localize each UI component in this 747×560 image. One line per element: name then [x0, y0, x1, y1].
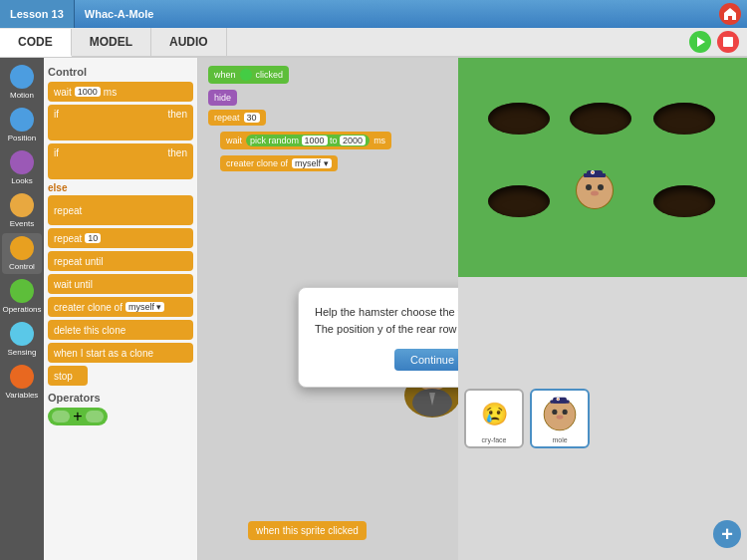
script-block-flag[interactable]: when clicked: [208, 66, 289, 84]
svg-point-14: [591, 191, 599, 196]
green-flag-button[interactable]: [689, 31, 711, 53]
svg-point-18: [592, 171, 594, 173]
svg-point-22: [563, 409, 568, 414]
script-block-clone[interactable]: creater clone of myself ▾: [220, 155, 338, 171]
svg-point-12: [586, 184, 592, 190]
home-button[interactable]: [719, 3, 741, 25]
sidebar-item-position[interactable]: Position: [2, 105, 42, 145]
script-block-sprite-clicked[interactable]: when this sprite clicked: [248, 521, 367, 540]
sprite-mole[interactable]: mole: [530, 389, 590, 448]
script-block-hide[interactable]: hide: [208, 90, 237, 106]
script-block-repeat[interactable]: repeat 30: [208, 110, 266, 126]
main-layout: Motion Position Looks Events Control Ope…: [0, 58, 747, 560]
sidebar-item-looks[interactable]: Looks: [2, 147, 42, 188]
svg-rect-16: [587, 170, 603, 177]
hole-3: [653, 103, 715, 135]
sprite-cry-face[interactable]: 😢 cry-face: [464, 389, 524, 448]
dialog-text: Help the hamster choose the front or rea…: [315, 304, 458, 337]
block-repeat[interactable]: repeat: [48, 195, 193, 225]
block-delete-clone[interactable]: delete this clone: [48, 320, 193, 340]
hole-4: [488, 185, 550, 217]
sidebar: Motion Position Looks Events Control Ope…: [0, 58, 44, 560]
continue-button[interactable]: Continue: [394, 349, 458, 371]
block-wait-until[interactable]: wait until: [48, 274, 193, 294]
tab-code[interactable]: CODE: [0, 29, 72, 57]
op-plus[interactable]: +: [48, 408, 108, 425]
sidebar-item-motion[interactable]: Motion: [2, 62, 42, 103]
script-area[interactable]: when clicked hide repeat 30 wait pick ra…: [198, 58, 458, 560]
blocks-panel: Control wait 1000 ms ifthen ifthen else …: [44, 58, 198, 560]
svg-marker-0: [697, 37, 705, 47]
svg-rect-25: [553, 397, 567, 403]
lesson-tab[interactable]: Lesson 13: [0, 0, 75, 28]
category-title: Control: [48, 66, 193, 78]
svg-point-27: [557, 398, 559, 400]
sidebar-item-control[interactable]: Control: [2, 233, 42, 274]
block-when-clone[interactable]: when I start as a clone: [48, 343, 193, 363]
svg-point-13: [598, 184, 604, 190]
stop-button[interactable]: [717, 31, 739, 53]
add-sprite-button[interactable]: +: [713, 520, 741, 548]
svg-point-11: [577, 172, 613, 208]
top-bar: Lesson 13 Whac-A-Mole: [0, 0, 747, 28]
dialog-popup: Help the hamster choose the front or rea…: [298, 287, 458, 388]
block-if-then-1[interactable]: ifthen: [48, 105, 193, 140]
block-else: else: [48, 182, 193, 193]
svg-point-23: [557, 415, 564, 419]
sidebar-item-events[interactable]: Events: [2, 190, 42, 231]
sidebar-item-operations[interactable]: Operations: [2, 276, 42, 317]
sidebar-item-sensing[interactable]: Sensing: [2, 319, 42, 360]
hole-2: [570, 103, 631, 135]
block-stop[interactable]: stop: [48, 366, 88, 386]
stage[interactable]: [458, 58, 747, 277]
tab-bar: CODE MODEL AUDIO: [0, 28, 747, 58]
tab-model[interactable]: MODEL: [72, 28, 151, 56]
sprite-panel: 😢 cry-face m: [458, 277, 747, 560]
block-if-then-2[interactable]: ifthen: [48, 143, 193, 179]
operators-title: Operators: [48, 392, 193, 404]
sidebar-item-variables[interactable]: Variables: [2, 362, 42, 403]
block-repeat-10[interactable]: repeat 10: [48, 228, 193, 248]
stage-mole: [574, 169, 616, 211]
script-block-wait-random[interactable]: wait pick random 1000 to 2000 ms: [220, 132, 391, 149]
hole-5: [653, 185, 715, 217]
svg-point-21: [552, 409, 557, 414]
block-create-clone[interactable]: creater clone of myself ▾: [48, 297, 193, 317]
stage-area: 😢 cry-face m: [458, 58, 747, 560]
block-repeat-until[interactable]: repeat until: [48, 251, 193, 271]
block-wait[interactable]: wait 1000 ms: [48, 82, 193, 102]
lesson-title: Whac-A-Mole: [75, 8, 164, 20]
hole-1: [488, 103, 550, 135]
tab-audio[interactable]: AUDIO: [151, 28, 227, 56]
svg-point-20: [545, 399, 576, 429]
